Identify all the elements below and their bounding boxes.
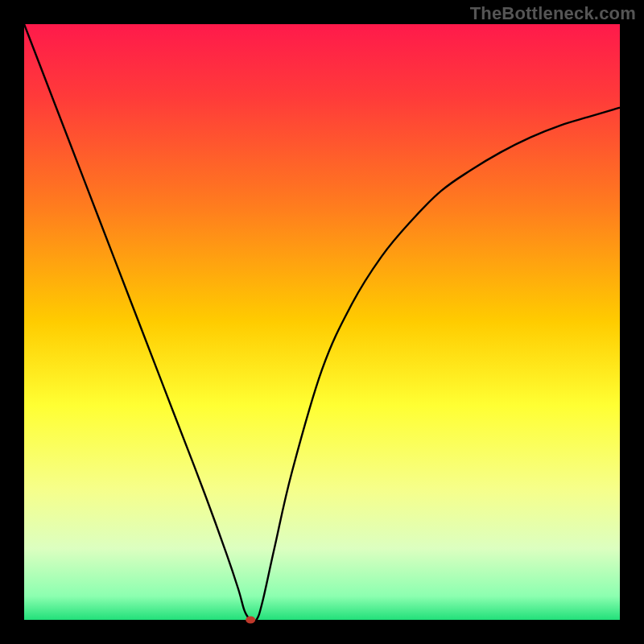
bottleneck-curve [24, 24, 620, 621]
curve-layer [24, 24, 620, 620]
minimum-point-marker [246, 617, 255, 624]
chart-frame: TheBottleneck.com [0, 0, 644, 644]
watermark-text: TheBottleneck.com [470, 3, 636, 24]
